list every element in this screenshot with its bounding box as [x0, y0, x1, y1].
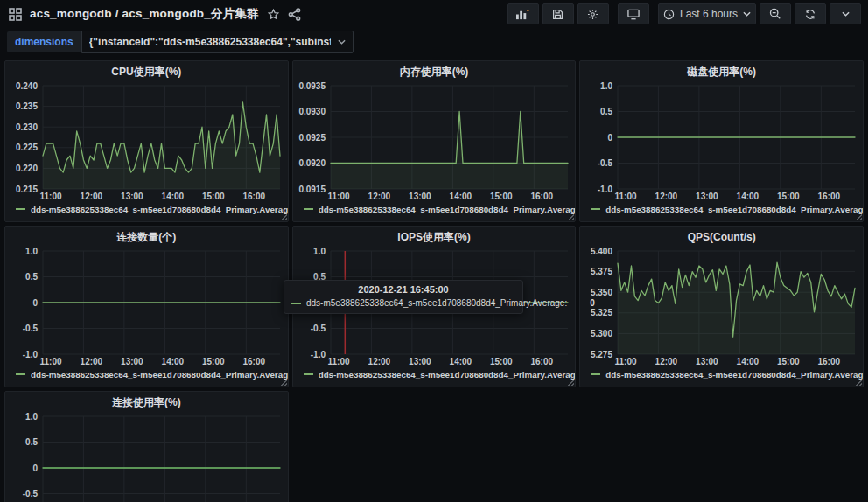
- svg-text:16:00: 16:00: [818, 192, 841, 201]
- grafana-dashboard: acs_mongodb / acs_mongodb_分片集群: [0, 0, 868, 502]
- panel-resize-handle[interactable]: [855, 379, 862, 386]
- save-dashboard-button[interactable]: [542, 3, 574, 24]
- refresh-interval-dropdown[interactable]: [830, 3, 861, 24]
- svg-text:0.230: 0.230: [16, 122, 38, 132]
- panel-title[interactable]: 内存使用率(%): [293, 61, 576, 81]
- svg-text:0.0915: 0.0915: [298, 185, 326, 194]
- legend-color-dash: [591, 373, 600, 375]
- svg-text:-1.0: -1.0: [310, 350, 326, 359]
- dimensions-variable-dropdown[interactable]: {"instanceId":"dds-m5e388625338ec64","su…: [81, 31, 354, 53]
- tooltip-series-label: dds-m5e388625338ec64_s-m5ee1d708680d8d4_…: [306, 298, 567, 308]
- svg-text:14:00: 14:00: [737, 357, 760, 366]
- panel-title[interactable]: 磁盘使用率(%): [580, 61, 863, 81]
- svg-text:13:00: 13:00: [409, 192, 431, 201]
- svg-text:16:00: 16:00: [243, 357, 266, 366]
- time-range-label: Last 6 hours: [680, 8, 738, 20]
- svg-text:13:00: 13:00: [121, 192, 144, 201]
- add-panel-button[interactable]: [508, 3, 539, 24]
- panel-title[interactable]: CPU使用率(%): [5, 61, 288, 81]
- svg-text:1.0: 1.0: [25, 247, 38, 256]
- svg-text:12:00: 12:00: [368, 357, 390, 366]
- svg-text:14:00: 14:00: [449, 192, 472, 201]
- svg-text:0: 0: [32, 464, 38, 473]
- dashboard-settings-button[interactable]: [578, 3, 609, 24]
- dimensions-variable-label: dimensions: [7, 31, 81, 52]
- svg-text:15:00: 15:00: [490, 357, 513, 366]
- svg-text:0.5: 0.5: [25, 437, 38, 447]
- svg-text:13:00: 13:00: [409, 357, 431, 366]
- panel-cpu-usage: CPU使用率(%) 0.2400.2350.2300.2250.2200.215…: [4, 60, 289, 222]
- svg-text:1.0: 1.0: [313, 247, 326, 256]
- svg-text:15:00: 15:00: [202, 192, 225, 201]
- svg-text:11:00: 11:00: [615, 192, 637, 201]
- svg-text:0.0930: 0.0930: [298, 107, 326, 116]
- panel-title[interactable]: 连接使用率(%): [5, 392, 288, 412]
- svg-text:5.325: 5.325: [591, 308, 612, 317]
- legend-item[interactable]: dds-m5e388625338ec64_s-m5ee1d708680d8d4_…: [5, 367, 288, 381]
- connection-usage-chart[interactable]: 1.00.50-0.5-1.011:0012:0013:0014:0015:00…: [8, 412, 285, 502]
- star-icon[interactable]: [267, 8, 280, 21]
- cpu-usage-chart[interactable]: 0.2400.2350.2300.2250.2200.21511:0012:00…: [8, 81, 285, 202]
- svg-text:0.215: 0.215: [16, 185, 38, 194]
- svg-text:11:00: 11:00: [327, 192, 349, 201]
- panel-resize-handle[interactable]: [280, 213, 287, 220]
- svg-text:1.0: 1.0: [25, 412, 38, 422]
- svg-text:12:00: 12:00: [655, 357, 678, 366]
- tooltip-series-dash: [291, 303, 301, 304]
- refresh-button[interactable]: [794, 3, 826, 24]
- legend-item[interactable]: dds-m5e388625338ec64_s-m5ee1d708680d8d4_…: [580, 202, 863, 216]
- svg-text:11:00: 11:00: [39, 357, 61, 366]
- svg-text:0.235: 0.235: [16, 101, 38, 111]
- svg-text:0.0935: 0.0935: [298, 81, 326, 91]
- panel-resize-handle[interactable]: [280, 379, 287, 386]
- svg-text:16:00: 16:00: [530, 192, 553, 201]
- legend-item[interactable]: dds-m5e388625338ec64_s-m5ee1d708680d8d4_…: [580, 367, 863, 381]
- svg-text:16:00: 16:00: [530, 357, 553, 366]
- panel-connection-usage: 连接使用率(%) 1.00.50-0.5-1.011:0012:0013:001…: [4, 391, 289, 502]
- panel-memory-usage: 内存使用率(%) 0.09350.09300.09250.09200.09151…: [292, 60, 577, 222]
- legend-color-dash: [304, 373, 313, 375]
- svg-text:15:00: 15:00: [490, 192, 513, 201]
- disk-usage-chart[interactable]: 1.00.50-0.5-1.011:0012:0013:0014:0015:00…: [583, 81, 860, 202]
- panel-qps: QPS(Count/s) 5.4005.3755.3505.3255.3005.…: [579, 226, 864, 387]
- legend-item[interactable]: dds-m5e388625338ec64_s-m5ee1d708680d8d4_…: [293, 202, 576, 216]
- dashboard-breadcrumb[interactable]: acs_mongodb / acs_mongodb_分片集群: [30, 6, 259, 22]
- svg-text:0: 0: [608, 133, 613, 143]
- panel-title[interactable]: 连接数量(个): [5, 227, 288, 247]
- panel-title[interactable]: QPS(Count/s): [580, 227, 863, 247]
- svg-text:11:00: 11:00: [327, 357, 349, 366]
- qps-chart[interactable]: 5.4005.3755.3505.3255.3005.27511:0012:00…: [583, 247, 860, 367]
- top-nav: acs_mongodb / acs_mongodb_分片集群: [0, 0, 868, 26]
- svg-text:11:00: 11:00: [615, 357, 637, 366]
- svg-text:5.400: 5.400: [591, 247, 612, 256]
- cycle-view-mode-button[interactable]: [618, 3, 649, 24]
- chevron-down-icon: [842, 11, 850, 17]
- zoom-out-button[interactable]: [760, 3, 791, 24]
- panel-resize-handle[interactable]: [567, 213, 574, 220]
- apps-grid-icon[interactable]: [9, 8, 22, 21]
- svg-text:0.220: 0.220: [16, 164, 38, 173]
- svg-text:-1.0: -1.0: [598, 185, 613, 194]
- legend-item[interactable]: dds-m5e388625338ec64_s-m5ee1d708680d8d4_…: [293, 367, 576, 381]
- svg-text:5.350: 5.350: [591, 288, 612, 297]
- memory-usage-chart[interactable]: 0.09350.09300.09250.09200.091511:0012:00…: [296, 81, 573, 202]
- svg-text:1.0: 1.0: [600, 81, 612, 91]
- panel-resize-handle[interactable]: [567, 379, 574, 386]
- svg-text:14:00: 14:00: [162, 192, 185, 201]
- connection-count-chart[interactable]: 1.00.50-0.5-1.011:0012:0013:0014:0015:00…: [8, 247, 285, 367]
- svg-text:0.0925: 0.0925: [298, 133, 326, 143]
- svg-text:-0.5: -0.5: [23, 324, 38, 333]
- svg-text:13:00: 13:00: [696, 357, 718, 366]
- svg-text:15:00: 15:00: [202, 357, 225, 366]
- tooltip-timestamp: 2020-12-21 16:45:00: [291, 284, 515, 295]
- svg-text:12:00: 12:00: [80, 357, 103, 366]
- share-icon[interactable]: [288, 8, 301, 21]
- legend-item[interactable]: dds-m5e388625338ec64_s-m5ee1d708680d8d4_…: [5, 202, 288, 216]
- svg-text:0.0920: 0.0920: [298, 158, 326, 168]
- svg-text:0.225: 0.225: [16, 143, 38, 152]
- panel-resize-handle[interactable]: [855, 213, 862, 220]
- panel-title[interactable]: IOPS使用率(%): [293, 227, 576, 247]
- svg-text:14:00: 14:00: [449, 357, 472, 366]
- time-range-picker[interactable]: Last 6 hours: [658, 3, 756, 24]
- chevron-down-icon: [743, 11, 751, 17]
